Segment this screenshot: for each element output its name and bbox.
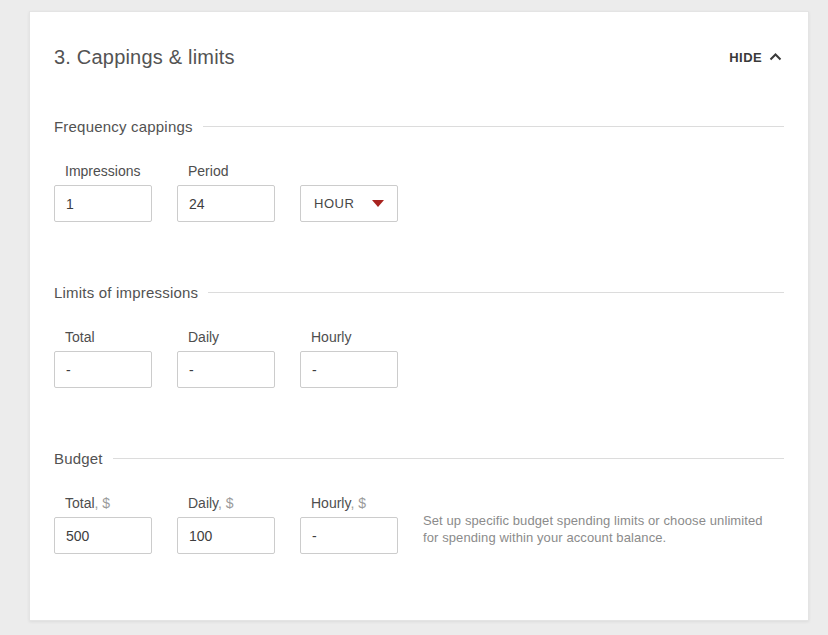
limits-fields-row: Total Daily Hourly xyxy=(54,329,784,388)
divider xyxy=(203,126,784,127)
impressions-label: Impressions xyxy=(65,163,152,179)
section-limits-of-impressions: Limits of impressions Total Daily Hourly xyxy=(54,284,784,388)
period-unit-field: HOUR xyxy=(300,185,398,222)
section-title: Frequency cappings xyxy=(54,118,193,135)
impressions-field: Impressions xyxy=(54,163,152,222)
limits-hourly-input[interactable] xyxy=(300,351,398,388)
page-background: 3. Cappings & limits HIDE Frequency capp… xyxy=(0,0,828,635)
section-title: Budget xyxy=(54,450,103,467)
limits-total-input[interactable] xyxy=(54,351,152,388)
limits-daily-field: Daily xyxy=(177,329,275,388)
limits-daily-label: Daily xyxy=(188,329,275,345)
divider xyxy=(208,292,784,293)
section-frequency-cappings: Frequency cappings Impressions Period HO… xyxy=(54,118,784,222)
period-field: Period xyxy=(177,163,275,222)
period-input[interactable] xyxy=(177,185,275,222)
period-unit-value: HOUR xyxy=(314,196,354,211)
budget-hourly-input[interactable] xyxy=(300,517,398,554)
caret-down-icon xyxy=(372,200,384,207)
budget-help-text: Set up specific budget spending limits o… xyxy=(423,512,775,546)
impressions-input[interactable] xyxy=(54,185,152,222)
frequency-fields-row: Impressions Period HOUR xyxy=(54,163,784,222)
budget-hourly-field: Hourly, $ xyxy=(300,495,398,554)
section-header: Limits of impressions xyxy=(54,284,784,301)
chevron-up-icon xyxy=(769,53,782,61)
limits-hourly-label: Hourly xyxy=(311,329,398,345)
limits-daily-input[interactable] xyxy=(177,351,275,388)
budget-daily-input[interactable] xyxy=(177,517,275,554)
period-unit-select[interactable]: HOUR xyxy=(300,185,398,222)
budget-daily-label: Daily, $ xyxy=(188,495,275,511)
limits-hourly-field: Hourly xyxy=(300,329,398,388)
budget-hourly-label: Hourly, $ xyxy=(311,495,398,511)
section-header: Budget xyxy=(54,450,784,467)
currency-suffix: , $ xyxy=(350,495,366,511)
divider xyxy=(113,458,784,459)
section-header: Frequency cappings xyxy=(54,118,784,135)
hide-button-label: HIDE xyxy=(729,50,762,65)
limits-total-label: Total xyxy=(65,329,152,345)
section-title: Limits of impressions xyxy=(54,284,198,301)
currency-suffix: , $ xyxy=(218,495,234,511)
panel-header: 3. Cappings & limits HIDE xyxy=(54,45,784,69)
budget-total-field: Total, $ xyxy=(54,495,152,554)
budget-total-input[interactable] xyxy=(54,517,152,554)
page-title: 3. Cappings & limits xyxy=(54,46,235,69)
budget-fields-row: Total, $ Daily, $ Hourly, $ Set up speci… xyxy=(54,495,784,554)
limits-total-field: Total xyxy=(54,329,152,388)
currency-suffix: , $ xyxy=(95,495,111,511)
budget-daily-field: Daily, $ xyxy=(177,495,275,554)
budget-total-label: Total, $ xyxy=(65,495,152,511)
section-budget: Budget Total, $ Daily, $ Hourly, $ Set u… xyxy=(54,450,784,554)
period-label: Period xyxy=(188,163,275,179)
hide-button[interactable]: HIDE xyxy=(727,48,784,67)
cappings-limits-panel: 3. Cappings & limits HIDE Frequency capp… xyxy=(29,11,809,621)
